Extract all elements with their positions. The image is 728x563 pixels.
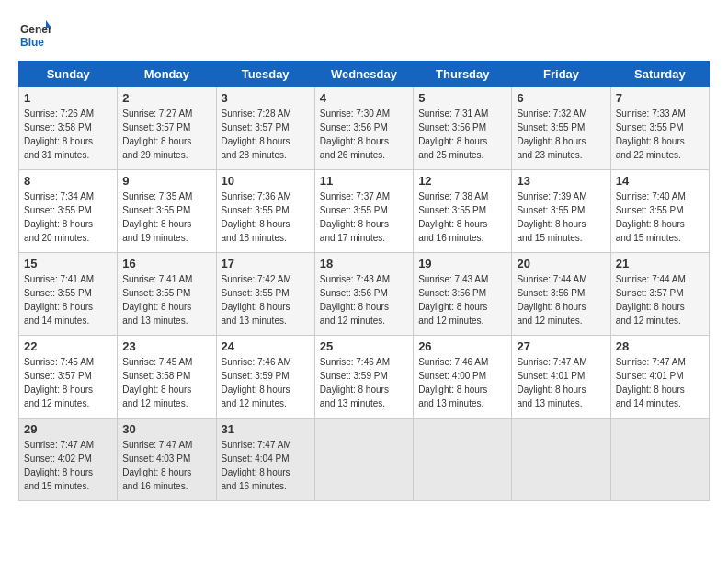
calendar-cell: 13Sunrise: 7:39 AM Sunset: 3:55 PM Dayli…: [512, 170, 610, 253]
calendar-week-1: 1Sunrise: 7:26 AM Sunset: 3:58 PM Daylig…: [19, 87, 710, 170]
header-cell-monday: Monday: [118, 62, 216, 87]
calendar-cell: 8Sunrise: 7:34 AM Sunset: 3:55 PM Daylig…: [19, 170, 118, 253]
calendar-cell: [414, 419, 512, 501]
calendar-cell: 14Sunrise: 7:40 AM Sunset: 3:55 PM Dayli…: [610, 170, 709, 253]
calendar-cell: 26Sunrise: 7:46 AM Sunset: 4:00 PM Dayli…: [414, 336, 512, 419]
day-info: Sunrise: 7:44 AM Sunset: 3:56 PM Dayligh…: [517, 272, 605, 327]
day-number: 8: [24, 174, 112, 188]
day-number: 18: [320, 257, 408, 270]
day-info: Sunrise: 7:47 AM Sunset: 4:01 PM Dayligh…: [517, 355, 605, 410]
calendar-week-2: 8Sunrise: 7:34 AM Sunset: 3:55 PM Daylig…: [19, 170, 710, 253]
day-number: 5: [418, 91, 506, 105]
day-info: Sunrise: 7:32 AM Sunset: 3:55 PM Dayligh…: [517, 107, 605, 162]
page-header: General Blue: [18, 18, 710, 52]
calendar-body: 1Sunrise: 7:26 AM Sunset: 3:58 PM Daylig…: [19, 87, 710, 501]
calendar-cell: 6Sunrise: 7:32 AM Sunset: 3:55 PM Daylig…: [512, 87, 610, 170]
day-info: Sunrise: 7:28 AM Sunset: 3:57 PM Dayligh…: [222, 107, 310, 162]
day-number: 28: [616, 339, 704, 353]
day-number: 14: [616, 174, 704, 188]
day-number: 13: [517, 174, 605, 188]
calendar-cell: 11Sunrise: 7:37 AM Sunset: 3:55 PM Dayli…: [314, 170, 413, 253]
day-number: 6: [517, 91, 605, 105]
day-info: Sunrise: 7:46 AM Sunset: 3:59 PM Dayligh…: [222, 355, 310, 410]
calendar-cell: 7Sunrise: 7:33 AM Sunset: 3:55 PM Daylig…: [610, 87, 709, 170]
day-info: Sunrise: 7:41 AM Sunset: 3:55 PM Dayligh…: [122, 272, 210, 327]
day-info: Sunrise: 7:27 AM Sunset: 3:57 PM Dayligh…: [122, 107, 210, 162]
calendar-week-5: 29Sunrise: 7:47 AM Sunset: 4:02 PM Dayli…: [19, 419, 710, 501]
calendar-cell: 30Sunrise: 7:47 AM Sunset: 4:03 PM Dayli…: [118, 419, 216, 501]
calendar-cell: 31Sunrise: 7:47 AM Sunset: 4:04 PM Dayli…: [216, 419, 314, 501]
day-number: 27: [517, 339, 605, 353]
header-row: SundayMondayTuesdayWednesdayThursdayFrid…: [19, 62, 710, 87]
calendar-cell: 20Sunrise: 7:44 AM Sunset: 3:56 PM Dayli…: [512, 253, 610, 336]
day-number: 17: [222, 257, 310, 270]
calendar-cell: 5Sunrise: 7:31 AM Sunset: 3:56 PM Daylig…: [414, 87, 512, 170]
day-number: 22: [24, 339, 112, 353]
day-info: Sunrise: 7:37 AM Sunset: 3:55 PM Dayligh…: [320, 190, 408, 245]
day-number: 25: [320, 339, 408, 353]
day-info: Sunrise: 7:40 AM Sunset: 3:55 PM Dayligh…: [616, 190, 704, 245]
day-info: Sunrise: 7:47 AM Sunset: 4:02 PM Dayligh…: [24, 438, 112, 493]
calendar-cell: [610, 419, 709, 501]
day-number: 9: [122, 174, 210, 188]
header-cell-saturday: Saturday: [610, 62, 709, 87]
calendar-cell: 28Sunrise: 7:47 AM Sunset: 4:01 PM Dayli…: [610, 336, 709, 419]
day-info: Sunrise: 7:39 AM Sunset: 3:55 PM Dayligh…: [517, 190, 605, 245]
calendar-cell: 10Sunrise: 7:36 AM Sunset: 3:55 PM Dayli…: [216, 170, 314, 253]
day-number: 19: [418, 257, 506, 270]
calendar-header: SundayMondayTuesdayWednesdayThursdayFrid…: [19, 62, 710, 87]
calendar-week-3: 15Sunrise: 7:41 AM Sunset: 3:55 PM Dayli…: [19, 253, 710, 336]
calendar-cell: 24Sunrise: 7:46 AM Sunset: 3:59 PM Dayli…: [216, 336, 314, 419]
svg-text:Blue: Blue: [20, 36, 44, 49]
calendar-cell: 23Sunrise: 7:45 AM Sunset: 3:58 PM Dayli…: [118, 336, 216, 419]
day-number: 16: [122, 257, 210, 270]
day-number: 24: [222, 339, 310, 353]
day-number: 12: [418, 174, 506, 188]
day-info: Sunrise: 7:30 AM Sunset: 3:56 PM Dayligh…: [320, 107, 408, 162]
calendar-cell: 9Sunrise: 7:35 AM Sunset: 3:55 PM Daylig…: [118, 170, 216, 253]
calendar-cell: 17Sunrise: 7:42 AM Sunset: 3:55 PM Dayli…: [216, 253, 314, 336]
day-info: Sunrise: 7:43 AM Sunset: 3:56 PM Dayligh…: [418, 272, 506, 327]
calendar-cell: 25Sunrise: 7:46 AM Sunset: 3:59 PM Dayli…: [314, 336, 413, 419]
calendar-cell: 27Sunrise: 7:47 AM Sunset: 4:01 PM Dayli…: [512, 336, 610, 419]
day-info: Sunrise: 7:33 AM Sunset: 3:55 PM Dayligh…: [616, 107, 704, 162]
header-cell-wednesday: Wednesday: [314, 62, 413, 87]
day-info: Sunrise: 7:31 AM Sunset: 3:56 PM Dayligh…: [418, 107, 506, 162]
header-cell-sunday: Sunday: [19, 62, 118, 87]
day-number: 10: [222, 174, 310, 188]
day-info: Sunrise: 7:34 AM Sunset: 3:55 PM Dayligh…: [24, 190, 112, 245]
day-info: Sunrise: 7:45 AM Sunset: 3:58 PM Dayligh…: [122, 355, 210, 410]
day-number: 7: [616, 91, 704, 105]
day-info: Sunrise: 7:47 AM Sunset: 4:04 PM Dayligh…: [222, 438, 310, 493]
calendar-cell: 21Sunrise: 7:44 AM Sunset: 3:57 PM Dayli…: [610, 253, 709, 336]
day-number: 3: [222, 91, 310, 105]
day-number: 23: [122, 339, 210, 353]
day-info: Sunrise: 7:47 AM Sunset: 4:03 PM Dayligh…: [122, 438, 210, 493]
day-info: Sunrise: 7:46 AM Sunset: 3:59 PM Dayligh…: [320, 355, 408, 410]
day-number: 20: [517, 257, 605, 270]
day-number: 26: [418, 339, 506, 353]
day-info: Sunrise: 7:36 AM Sunset: 3:55 PM Dayligh…: [222, 190, 310, 245]
calendar-cell: 22Sunrise: 7:45 AM Sunset: 3:57 PM Dayli…: [19, 336, 118, 419]
day-info: Sunrise: 7:45 AM Sunset: 3:57 PM Dayligh…: [24, 355, 112, 410]
calendar-cell: 1Sunrise: 7:26 AM Sunset: 3:58 PM Daylig…: [19, 87, 118, 170]
day-number: 2: [122, 91, 210, 105]
calendar-cell: 29Sunrise: 7:47 AM Sunset: 4:02 PM Dayli…: [19, 419, 118, 501]
day-number: 31: [222, 422, 310, 436]
logo: General Blue: [18, 18, 51, 52]
calendar-cell: 2Sunrise: 7:27 AM Sunset: 3:57 PM Daylig…: [118, 87, 216, 170]
day-number: 11: [320, 174, 408, 188]
day-info: Sunrise: 7:38 AM Sunset: 3:55 PM Dayligh…: [418, 190, 506, 245]
header-cell-tuesday: Tuesday: [216, 62, 314, 87]
calendar-week-4: 22Sunrise: 7:45 AM Sunset: 3:57 PM Dayli…: [19, 336, 710, 419]
calendar-table: SundayMondayTuesdayWednesdayThursdayFrid…: [18, 61, 710, 501]
calendar-cell: 18Sunrise: 7:43 AM Sunset: 3:56 PM Dayli…: [314, 253, 413, 336]
header-cell-friday: Friday: [512, 62, 610, 87]
day-info: Sunrise: 7:41 AM Sunset: 3:55 PM Dayligh…: [24, 272, 112, 327]
day-info: Sunrise: 7:44 AM Sunset: 3:57 PM Dayligh…: [616, 272, 704, 327]
day-number: 4: [320, 91, 408, 105]
day-number: 29: [24, 422, 112, 436]
day-info: Sunrise: 7:35 AM Sunset: 3:55 PM Dayligh…: [122, 190, 210, 245]
calendar-cell: 19Sunrise: 7:43 AM Sunset: 3:56 PM Dayli…: [414, 253, 512, 336]
day-number: 15: [24, 257, 112, 270]
